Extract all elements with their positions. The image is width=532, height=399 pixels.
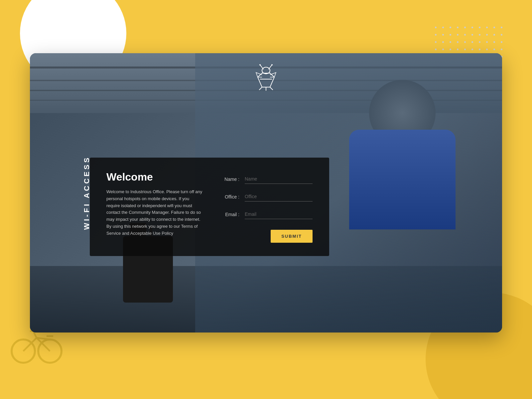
dot <box>486 41 488 43</box>
dot <box>457 34 459 36</box>
dot <box>457 49 459 50</box>
dot <box>450 27 451 28</box>
dot <box>464 49 466 50</box>
form-content: Welcome Welcome to Industrious Office. P… <box>106 171 313 243</box>
dot <box>464 34 466 36</box>
name-input[interactable] <box>245 174 313 184</box>
dot <box>493 49 495 50</box>
dot <box>479 27 480 28</box>
dot <box>471 41 473 43</box>
submit-button[interactable]: SUBMIT <box>271 230 313 243</box>
dot <box>501 34 502 36</box>
dot <box>493 34 495 36</box>
dot <box>457 41 459 43</box>
dot <box>471 34 473 36</box>
name-label: Name : <box>216 177 239 182</box>
office-label: Office : <box>216 194 239 200</box>
dot <box>442 41 444 43</box>
dot <box>471 49 473 50</box>
office-input[interactable] <box>245 192 313 201</box>
dot <box>464 27 466 28</box>
dot <box>501 27 502 28</box>
dot <box>442 49 444 50</box>
email-field-group: Email : <box>216 209 313 219</box>
dot <box>450 34 451 36</box>
email-input[interactable] <box>245 209 313 219</box>
dot <box>501 41 502 43</box>
welcome-heading: Welcome <box>106 171 203 183</box>
dot <box>486 27 488 28</box>
dot <box>442 27 444 28</box>
dot <box>493 27 495 28</box>
email-label: Email : <box>216 212 239 217</box>
svg-point-11 <box>271 64 273 66</box>
form-fields: Name : Office : Email : SUBMIT <box>216 171 313 243</box>
dot <box>435 41 437 43</box>
dot <box>471 27 473 28</box>
form-panel: Welcome Welcome to Industrious Office. P… <box>90 158 329 256</box>
dot <box>464 41 466 43</box>
dot <box>479 34 480 36</box>
dot <box>486 49 488 50</box>
dot <box>435 27 437 28</box>
name-field-group: Name : <box>216 174 313 184</box>
bug-logo-icon <box>253 63 279 93</box>
svg-line-16 <box>259 87 262 90</box>
dot <box>479 41 480 43</box>
dot <box>457 27 459 28</box>
dot <box>442 34 444 36</box>
dot <box>435 49 437 50</box>
welcome-section: Welcome Welcome to Industrious Office. P… <box>106 171 203 243</box>
dot <box>486 34 488 36</box>
svg-point-10 <box>259 64 261 66</box>
svg-line-17 <box>270 87 273 90</box>
main-card: WI-FI Access <box>30 53 502 332</box>
dot <box>493 41 495 43</box>
dot <box>450 49 451 50</box>
welcome-description: Welcome to Industrious Office. Please tu… <box>106 189 203 237</box>
dot <box>450 41 451 43</box>
dot <box>501 49 502 50</box>
dot <box>479 49 480 50</box>
wifi-access-label: WI-FI Access <box>82 156 91 230</box>
office-field-group: Office : <box>216 192 313 201</box>
logo-container <box>253 63 279 94</box>
dot <box>435 34 437 36</box>
